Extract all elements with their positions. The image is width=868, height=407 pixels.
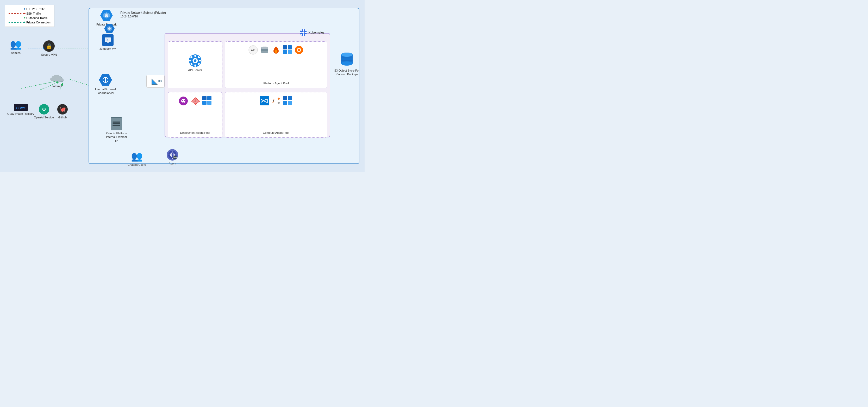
svg-point-40 bbox=[261, 46, 268, 49]
svg-point-53 bbox=[273, 100, 274, 101]
svg-text:DNS: DNS bbox=[173, 157, 177, 159]
compute-vscode-icon bbox=[260, 96, 269, 105]
legend-label-private: Private Connection bbox=[26, 21, 51, 24]
compute-icons-area: J bbox=[225, 95, 327, 107]
vpn-icon: 🔒 bbox=[43, 40, 55, 52]
svg-rect-56 bbox=[107, 42, 109, 43]
jumpbox-icon: ❯_ bbox=[102, 34, 114, 46]
platform-icons-area: API bbox=[225, 44, 327, 56]
platform-fire-icon bbox=[271, 45, 281, 55]
admins-icon: 👥 bbox=[10, 39, 22, 50]
platform-grafana-icon bbox=[294, 45, 304, 55]
kubernetes-box: Kubernetes bbox=[164, 33, 330, 137]
s3-icon bbox=[340, 52, 354, 68]
cloud-icon bbox=[50, 73, 65, 83]
platform-agent-icon bbox=[283, 45, 292, 55]
svg-point-62 bbox=[105, 79, 106, 81]
svg-point-39 bbox=[261, 51, 268, 53]
grafana-icon bbox=[294, 45, 304, 55]
server-icon bbox=[111, 117, 122, 130]
openai-icon: ⚙ bbox=[39, 104, 49, 114]
github-node: 🐙 Github bbox=[57, 104, 68, 119]
istio-icon: Istio bbox=[146, 75, 164, 88]
subnet-label: Private Network Subnet (Private) 10.243.… bbox=[120, 11, 166, 18]
platform-api-icon: API bbox=[248, 45, 258, 55]
kubernetes-icon bbox=[300, 29, 307, 36]
platform-agent-pool-quadrant: API bbox=[225, 41, 327, 88]
architecture-diagram: HTTP/S Traffic SSH Traffic Outbound Traf… bbox=[0, 0, 365, 172]
svg-point-47 bbox=[184, 100, 185, 101]
compute-jupyter-icon: J bbox=[271, 96, 281, 105]
deployment-agent-icon bbox=[178, 96, 188, 106]
quay-icon: ❰❰ QUAY bbox=[14, 104, 28, 111]
api-server-node: API Server bbox=[188, 54, 202, 72]
load-balancer-node: Internal/External LoadBalancer bbox=[94, 73, 117, 95]
deployment-agent-pool-quadrant: Deployment Agent Pool bbox=[168, 92, 222, 138]
svg-point-43 bbox=[298, 49, 300, 51]
legend-line-private bbox=[9, 22, 24, 23]
svg-rect-55 bbox=[105, 37, 111, 38]
private-network-box: Private Network Subnet (Private) 10.243.… bbox=[89, 8, 360, 164]
svg-point-51 bbox=[278, 98, 280, 100]
svg-text:❯_: ❯_ bbox=[106, 38, 110, 41]
legend-line-outbound bbox=[9, 18, 24, 18]
dns-icon: DNS bbox=[167, 149, 178, 161]
subnet-node bbox=[104, 24, 115, 34]
database-icon bbox=[260, 45, 269, 55]
deployment-icons-area bbox=[168, 95, 222, 107]
deployment-agent-label: Deployment Agent Pool bbox=[168, 130, 222, 135]
subnet-icon bbox=[104, 24, 115, 34]
deployment-squares-icon bbox=[203, 96, 212, 106]
svg-point-46 bbox=[182, 100, 183, 101]
private-network-icon bbox=[100, 9, 113, 22]
quay-node: ❰❰ QUAY Quay Image Registry bbox=[7, 104, 34, 115]
compute-squares-icon bbox=[283, 96, 292, 105]
platform-agent-label: Platform Agent Pool bbox=[225, 81, 327, 86]
github-icon: 🐙 bbox=[57, 104, 68, 114]
api-server-icon bbox=[189, 54, 202, 67]
openai-node: ⚙ OpenAI Service bbox=[34, 104, 54, 119]
legend-line-https bbox=[9, 9, 24, 9]
svg-point-52 bbox=[278, 102, 280, 104]
svg-point-26 bbox=[194, 59, 196, 62]
legend-item-ssh: SSH Traffic bbox=[9, 12, 51, 15]
secure-vpn-node: 🔒 Secure VPN bbox=[41, 40, 57, 57]
load-balancer-icon bbox=[99, 73, 112, 87]
robot-icon bbox=[178, 96, 188, 106]
admins-node: 👥 Admins bbox=[10, 39, 22, 55]
legend-label-https: HTTP/S Traffic bbox=[26, 7, 45, 11]
svg-point-78 bbox=[341, 53, 352, 57]
dns-node: DNS *.com bbox=[167, 149, 178, 165]
svg-rect-27 bbox=[194, 55, 196, 57]
legend-item-private: Private Connection bbox=[9, 21, 51, 24]
kubernetes-label-area: Kubernetes bbox=[300, 29, 324, 36]
s3-node: S3 Object Store For Platform Backups bbox=[334, 52, 360, 76]
svg-point-15 bbox=[302, 32, 304, 34]
svg-text:Istio: Istio bbox=[158, 79, 162, 82]
chatbot-users-icon: 👥 bbox=[131, 151, 143, 162]
svg-rect-29 bbox=[189, 60, 191, 61]
svg-text:API: API bbox=[251, 49, 255, 52]
api-server-quadrant: API Server bbox=[168, 41, 222, 88]
chatbot-users-node: 👥 Chatbot Users bbox=[128, 151, 146, 167]
jumpbox-vm-node: ❯_ Jumpbox VM bbox=[99, 34, 116, 50]
svg-rect-30 bbox=[199, 60, 201, 61]
vscode-icon bbox=[260, 96, 269, 105]
legend-box: HTTP/S Traffic SSH Traffic Outbound Traf… bbox=[5, 5, 55, 27]
compute-agent-label: Compute Agent Pool bbox=[225, 130, 327, 135]
katonic-platform-node: Katonic Platform Internal/External IP bbox=[105, 117, 128, 143]
legend-item-https: HTTP/S Traffic bbox=[9, 7, 51, 11]
kite-icon bbox=[190, 96, 200, 106]
deployment-kite-icon bbox=[190, 96, 200, 106]
internet-node: Internet bbox=[50, 73, 65, 88]
api-icon: API bbox=[248, 45, 258, 55]
fire-icon bbox=[271, 45, 281, 55]
legend-line-ssh bbox=[9, 13, 24, 14]
legend-label-ssh: SSH Traffic bbox=[26, 12, 41, 15]
compute-agent-pool-quadrant: J bbox=[225, 92, 327, 138]
svg-rect-49 bbox=[267, 99, 268, 103]
jupyter-icon: J bbox=[271, 96, 281, 105]
platform-db-icon bbox=[260, 45, 269, 55]
legend-label-outbound: Outbound Traffic bbox=[26, 16, 48, 20]
svg-rect-57 bbox=[106, 43, 110, 43]
